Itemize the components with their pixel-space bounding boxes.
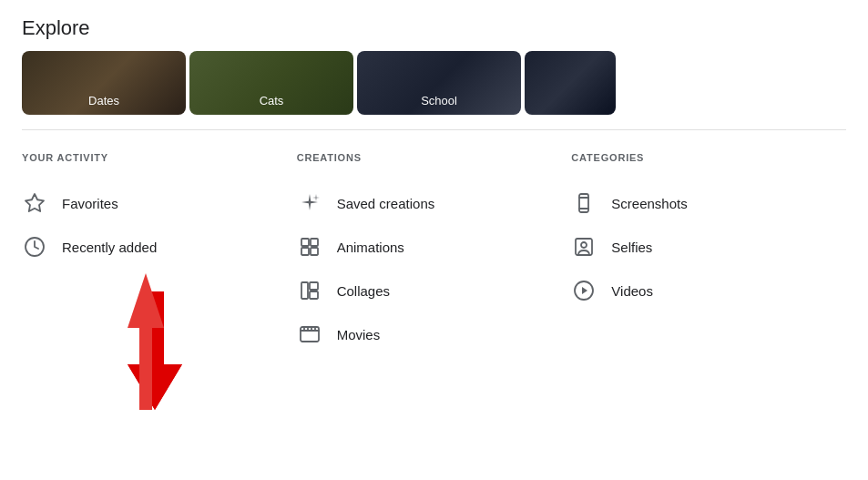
favorites-label: Favorites	[62, 196, 118, 211]
sidebar-item-favorites[interactable]: Favorites	[22, 181, 297, 225]
section-creations: CREATIONS Saved creations Animations	[297, 152, 572, 356]
animations-label: Animations	[337, 240, 404, 255]
collage-icon	[297, 278, 322, 303]
sparkle-icon	[297, 190, 322, 216]
svg-point-19	[581, 242, 587, 248]
photo-strip: Dates Cats School	[0, 51, 868, 115]
movie-icon	[297, 322, 322, 347]
collages-label: Collages	[337, 283, 390, 299]
sidebar-item-movies[interactable]: Movies	[297, 312, 572, 356]
animation-icon	[297, 234, 322, 260]
svg-rect-9	[301, 327, 319, 342]
svg-rect-7	[310, 282, 318, 290]
sidebar-item-screenshots[interactable]: Screenshots	[571, 181, 846, 225]
photo-label-school: School	[357, 94, 521, 107]
videos-label: Videos	[611, 283, 653, 299]
recently-added-label: Recently added	[62, 240, 157, 255]
selfie-icon	[571, 234, 597, 260]
section-categories: CATEGORIES Screenshots Selfies	[571, 152, 846, 356]
sidebar-item-recently-added[interactable]: Recently added	[22, 225, 297, 269]
page-title: Explore	[0, 0, 868, 51]
photo-label-cats: Cats	[189, 94, 353, 107]
sidebar-item-animations[interactable]: Animations	[297, 225, 572, 269]
saved-creations-label: Saved creations	[337, 196, 435, 211]
phone-icon	[571, 190, 597, 216]
section-header-your-activity: YOUR ACTIVITY	[22, 152, 297, 163]
svg-rect-4	[311, 239, 318, 246]
section-your-activity: YOUR ACTIVITY Favorites Recently added	[22, 152, 297, 356]
svg-rect-6	[301, 282, 308, 299]
selfies-label: Selfies	[611, 240, 652, 255]
sidebar-item-saved-creations[interactable]: Saved creations	[297, 181, 572, 225]
photo-thumb-extra[interactable]	[525, 51, 616, 115]
svg-marker-21	[582, 287, 587, 294]
star-icon	[22, 190, 47, 216]
svg-marker-0	[26, 194, 44, 211]
section-header-categories: CATEGORIES	[571, 152, 846, 163]
sidebar-item-selfies[interactable]: Selfies	[571, 225, 846, 269]
movies-label: Movies	[337, 327, 381, 342]
photo-thumb-dates[interactable]: Dates	[22, 51, 186, 115]
photo-thumb-cats[interactable]: Cats	[189, 51, 353, 115]
sidebar-item-collages[interactable]: Collages	[297, 269, 572, 312]
photo-thumb-school[interactable]: School	[357, 51, 521, 115]
sidebar-item-videos[interactable]: Videos	[571, 269, 846, 312]
photo-label-dates: Dates	[22, 94, 186, 107]
screenshots-label: Screenshots	[611, 196, 687, 211]
clock-icon	[22, 234, 47, 260]
svg-rect-3	[301, 248, 309, 255]
divider	[22, 129, 846, 130]
svg-rect-15	[579, 194, 588, 212]
play-icon	[571, 278, 597, 303]
section-header-creations: CREATIONS	[297, 152, 572, 163]
svg-rect-2	[301, 239, 309, 246]
svg-rect-8	[310, 291, 318, 299]
sections: YOUR ACTIVITY Favorites Recently added C…	[0, 152, 868, 356]
svg-rect-5	[311, 248, 318, 255]
